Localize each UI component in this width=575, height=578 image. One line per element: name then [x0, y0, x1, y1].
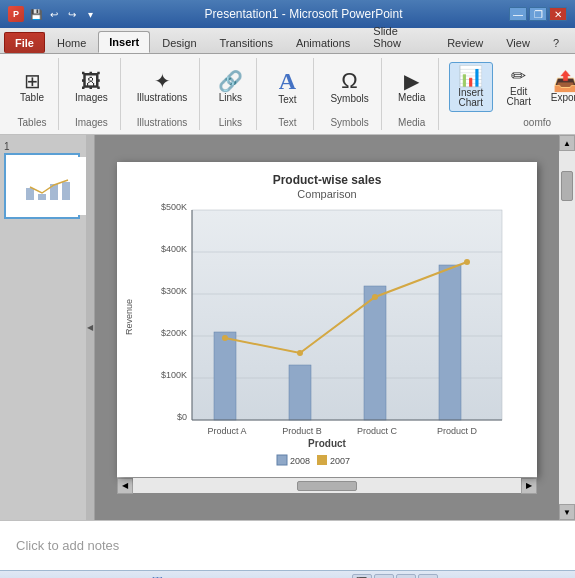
symbols-button[interactable]: Ω Symbols	[324, 66, 374, 108]
panel-collapse-btn[interactable]: ◀	[86, 135, 94, 520]
tab-home[interactable]: Home	[46, 32, 97, 53]
media-icon: ▶	[404, 71, 419, 91]
tab-insert[interactable]: Insert	[98, 31, 150, 53]
links-label: Links	[219, 93, 242, 103]
ribbon-group-media: ▶ Media Media	[386, 58, 439, 130]
images-group-label: Images	[75, 115, 108, 130]
slide-sorter-btn[interactable]: ⊞	[374, 574, 394, 579]
tab-help[interactable]: ?	[542, 32, 570, 53]
tab-transitions[interactable]: Transitions	[209, 32, 284, 53]
slide-number: 1	[4, 141, 80, 152]
ribbon-group-images: 🖼 Images Images	[63, 58, 121, 130]
chart-svg: Product-wise sales Comparison	[117, 162, 537, 477]
symbols-group-label: Symbols	[330, 115, 368, 130]
reading-view-btn[interactable]: 📖	[396, 574, 416, 579]
chart-title: Product-wise sales	[273, 173, 382, 187]
tables-group-label: Tables	[18, 115, 47, 130]
insert-chart-icon: 📊	[458, 66, 483, 86]
scroll-left-btn[interactable]: ◀	[117, 478, 133, 494]
svg-rect-31	[277, 455, 287, 465]
title-bar: P 💾 ↩ ↪ ▾ Presentation1 - Microsoft Powe…	[0, 0, 575, 28]
svg-rect-33	[317, 455, 327, 465]
scroll-right-btn[interactable]: ▶	[521, 478, 537, 494]
scroll-up-btn[interactable]: ▲	[559, 135, 575, 151]
links-group-label: Links	[219, 115, 242, 130]
text-icon: A	[279, 69, 296, 93]
illustrations-icon: ✦	[154, 71, 171, 91]
work-area: ◀ 1	[0, 135, 575, 520]
svg-rect-4	[62, 182, 70, 200]
table-button[interactable]: ⊞ Table	[12, 67, 52, 107]
symbols-label: Symbols	[330, 94, 368, 104]
slide-thumbnail	[8, 157, 88, 215]
scroll-down-btn[interactable]: ▼	[559, 504, 575, 520]
tab-animations[interactable]: Animations	[285, 32, 361, 53]
export-label: Export	[551, 93, 575, 103]
minimize-button[interactable]: —	[509, 7, 527, 21]
zoom-in-btn[interactable]: +	[517, 575, 524, 579]
slide-thumb-1[interactable]	[4, 153, 80, 219]
media-button[interactable]: ▶ Media	[392, 67, 432, 107]
illustrations-label: Illustrations	[137, 93, 188, 103]
insert-chart-button[interactable]: 📊 InsertChart	[449, 62, 493, 112]
svg-text:2008: 2008	[290, 456, 310, 466]
save-quick-btn[interactable]: 💾	[28, 6, 44, 22]
scroll-track[interactable]	[133, 478, 521, 493]
scroll-v-track[interactable]	[559, 151, 575, 504]
links-button[interactable]: 🔗 Links	[210, 67, 250, 107]
ribbon-group-tables: ⊞ Table Tables	[6, 58, 59, 130]
media-buttons: ▶ Media	[392, 58, 432, 115]
export-button[interactable]: 📤 Export	[545, 67, 575, 107]
svg-rect-2	[38, 194, 46, 200]
tab-file[interactable]: File	[4, 32, 45, 53]
scroll-thumb[interactable]	[297, 481, 357, 491]
edit-chart-button[interactable]: ✏ EditChart	[497, 63, 541, 111]
illustrations-buttons: ✦ Illustrations	[131, 58, 194, 115]
illustrations-group-label: Illustrations	[137, 115, 188, 130]
slide-canvas[interactable]: Product-wise sales Comparison	[117, 162, 537, 477]
undo-quick-btn[interactable]: ↩	[46, 6, 62, 22]
media-group-label: Media	[398, 115, 425, 130]
window-title: Presentation1 - Microsoft PowerPoint	[98, 7, 509, 21]
svg-point-22	[222, 335, 228, 341]
ribbon-tabs: File Home Insert Design Transitions Anim…	[0, 28, 575, 54]
text-buttons: A Text	[267, 58, 307, 115]
notes-area[interactable]: Click to add notes	[0, 520, 575, 570]
text-button[interactable]: A Text	[267, 65, 307, 109]
svg-text:$200K: $200K	[161, 328, 187, 338]
images-button[interactable]: 🖼 Images	[69, 67, 114, 107]
main-area: ◀ 1	[0, 135, 575, 578]
redo-quick-btn[interactable]: ↪	[64, 6, 80, 22]
view-buttons: ⬛ ⊞ 📖 ▶	[352, 574, 438, 579]
tab-view[interactable]: View	[495, 32, 541, 53]
normal-view-btn[interactable]: ⬛	[352, 574, 372, 579]
svg-text:2007: 2007	[330, 456, 350, 466]
ribbon: File Home Insert Design Transitions Anim…	[0, 28, 575, 135]
notes-placeholder: Click to add notes	[16, 538, 119, 553]
restore-button[interactable]: ❐	[529, 7, 547, 21]
tab-design[interactable]: Design	[151, 32, 207, 53]
title-bar-left: P 💾 ↩ ↪ ▾	[8, 6, 98, 22]
scroll-v-thumb[interactable]	[561, 171, 573, 201]
window-controls: — ❐ ✕	[509, 7, 567, 21]
quick-access-dropdown[interactable]: ▾	[82, 6, 98, 22]
svg-text:$100K: $100K	[161, 370, 187, 380]
slide-panel: ◀ 1	[0, 135, 95, 520]
tab-slideshow[interactable]: Slide Show	[362, 20, 435, 53]
horizontal-scrollbar: ◀ ▶	[117, 477, 537, 493]
svg-point-25	[464, 259, 470, 265]
zoom-out-btn[interactable]: −	[444, 575, 451, 579]
quick-access-toolbar: 💾 ↩ ↪ ▾	[28, 6, 98, 22]
illustrations-button[interactable]: ✦ Illustrations	[131, 67, 194, 107]
svg-point-24	[372, 294, 378, 300]
fit-btn[interactable]: ⊡	[557, 575, 567, 579]
svg-rect-1	[26, 188, 34, 200]
images-label: Images	[75, 93, 108, 103]
tab-review[interactable]: Review	[436, 32, 494, 53]
svg-text:Product A: Product A	[207, 426, 246, 436]
ribbon-group-symbols: Ω Symbols Symbols	[318, 58, 381, 130]
svg-text:$500K: $500K	[161, 202, 187, 212]
chart-subtitle: Comparison	[297, 188, 356, 200]
close-button[interactable]: ✕	[549, 7, 567, 21]
slideshow-btn[interactable]: ▶	[418, 574, 438, 579]
